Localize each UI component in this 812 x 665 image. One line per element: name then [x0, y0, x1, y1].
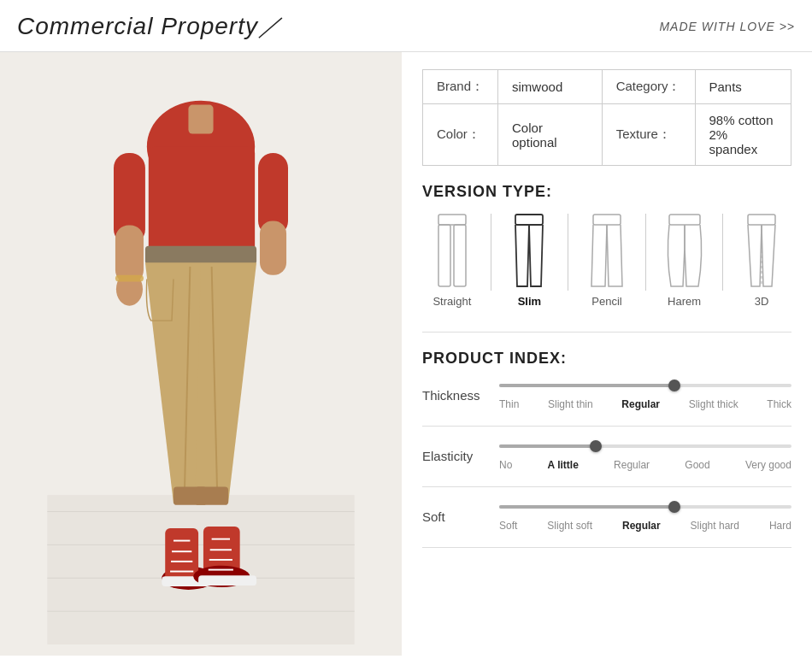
elasticity-a-little: A little	[548, 459, 579, 471]
soft-slight-hard: Slight hard	[691, 520, 739, 532]
svg-rect-33	[438, 215, 466, 225]
version-item-pencil[interactable]: Pencil	[577, 213, 637, 308]
version-item-harem[interactable]: Harem	[655, 213, 715, 308]
elasticity-track	[499, 444, 791, 448]
soft-labels: Soft Slight soft Regular Slight hard Har…	[499, 520, 791, 532]
thickness-labels: Thin Slight thin Regular Slight thick Th…	[499, 398, 791, 410]
svg-rect-38	[669, 215, 700, 225]
harem-label: Harem	[668, 295, 701, 308]
pencil-label: Pencil	[591, 295, 621, 308]
version-item-straight[interactable]: Straight	[422, 213, 482, 308]
version-sep-2	[568, 214, 568, 291]
3d-pants-icon	[739, 213, 784, 290]
elasticity-good: Good	[685, 459, 709, 471]
product-info-panel: Brand： simwood Category： Pants Color： Co…	[402, 52, 812, 656]
soft-label: Soft	[422, 509, 499, 524]
version-type-section: VERSION TYPE: Straight	[422, 183, 791, 332]
version-types-list: Straight Slim	[422, 213, 791, 308]
svg-rect-37	[593, 215, 621, 225]
soft-regular: Regular	[622, 520, 661, 532]
soft-row: Soft Soft Slight soft Regular Slight har…	[422, 501, 791, 532]
thickness-row: Thickness Thin Slight thin Regular Sligh…	[422, 380, 791, 410]
divider-1	[422, 426, 791, 427]
svg-rect-12	[260, 221, 286, 275]
category-value: Pants	[695, 70, 791, 104]
page-title: Commercial Property／	[17, 10, 283, 43]
product-index-title: PRODUCT INDEX:	[422, 350, 791, 368]
thickness-track-wrap	[499, 380, 791, 391]
elasticity-very-good: Very good	[745, 459, 791, 471]
header-tagline: MADE WITH LOVE >>	[659, 20, 795, 33]
thickness-label: Thickness	[422, 388, 499, 403]
main-layout: Brand： simwood Category： Pants Color： Co…	[0, 52, 812, 656]
thickness-slight-thin: Slight thin	[548, 398, 593, 410]
svg-rect-36	[515, 215, 543, 225]
header: Commercial Property／ MADE WITH LOVE >>	[0, 0, 812, 52]
svg-rect-27	[198, 575, 256, 586]
svg-rect-35	[454, 225, 466, 286]
svg-rect-19	[165, 528, 198, 582]
product-figure	[43, 63, 359, 644]
version-type-title: VERSION TYPE:	[422, 183, 791, 201]
straight-label: Straight	[432, 295, 471, 308]
color-value: Color optional	[498, 104, 603, 166]
version-sep-1	[491, 214, 491, 291]
soft-fill	[499, 505, 674, 509]
thickness-fill	[499, 384, 674, 387]
slim-label: Slim	[518, 295, 541, 308]
svg-rect-39	[748, 215, 775, 225]
soft-track-wrap	[499, 501, 791, 513]
elasticity-thumb	[590, 440, 602, 452]
divider-2	[422, 486, 791, 487]
elasticity-no: No	[499, 459, 512, 471]
version-sep-4	[722, 214, 723, 291]
brand-label: Brand：	[423, 70, 498, 104]
soft-slight-soft: Slight soft	[547, 520, 592, 532]
straight-pants-icon	[430, 213, 474, 290]
elasticity-label: Elasticity	[422, 449, 499, 463]
thickness-regular: Regular	[621, 398, 660, 410]
pencil-pants-icon	[585, 213, 629, 290]
3d-label: 3D	[755, 295, 769, 308]
elasticity-row: Elasticity No A little Regular Good Very…	[422, 440, 791, 471]
divider-3	[422, 547, 791, 548]
version-item-3d[interactable]: 3D	[732, 213, 791, 308]
category-label: Category：	[602, 70, 695, 104]
harem-pants-icon	[662, 213, 707, 290]
svg-rect-6	[149, 146, 255, 254]
thickness-track	[499, 384, 791, 387]
thickness-thin: Thin	[499, 398, 519, 410]
product-details-table: Brand： simwood Category： Pants Color： Co…	[422, 69, 791, 166]
thickness-thumb	[668, 380, 680, 391]
texture-value: 98% cotton 2% spandex	[695, 104, 791, 166]
brand-value: simwood	[498, 70, 603, 104]
thickness-slider[interactable]: Thin Slight thin Regular Slight thick Th…	[499, 380, 791, 410]
elasticity-regular: Regular	[614, 459, 650, 471]
slim-pants-icon	[507, 213, 551, 290]
soft-soft: Soft	[499, 520, 517, 532]
soft-track	[499, 505, 791, 509]
soft-thumb	[668, 501, 680, 513]
soft-slider[interactable]: Soft Slight soft Regular Slight hard Har…	[499, 501, 791, 532]
svg-rect-17	[195, 486, 228, 504]
elasticity-slider[interactable]: No A little Regular Good Very good	[499, 440, 791, 471]
texture-label: Texture：	[602, 104, 695, 166]
version-sep-3	[645, 214, 646, 291]
thickness-thick: Thick	[767, 398, 791, 410]
product-index-section: PRODUCT INDEX: Thickness Thin Slight thi…	[422, 350, 791, 548]
color-label: Color：	[423, 104, 498, 166]
soft-hard: Hard	[769, 520, 791, 532]
svg-rect-34	[438, 225, 450, 286]
elasticity-track-wrap	[499, 440, 791, 452]
svg-rect-13	[145, 246, 256, 264]
version-item-slim[interactable]: Slim	[500, 213, 560, 308]
elasticity-labels: No A little Regular Good Very good	[499, 459, 791, 471]
thickness-slight-thick: Slight thick	[689, 398, 738, 410]
product-image-area	[0, 52, 402, 656]
svg-rect-7	[188, 105, 213, 134]
svg-rect-32	[115, 275, 144, 282]
elasticity-fill	[499, 444, 596, 448]
